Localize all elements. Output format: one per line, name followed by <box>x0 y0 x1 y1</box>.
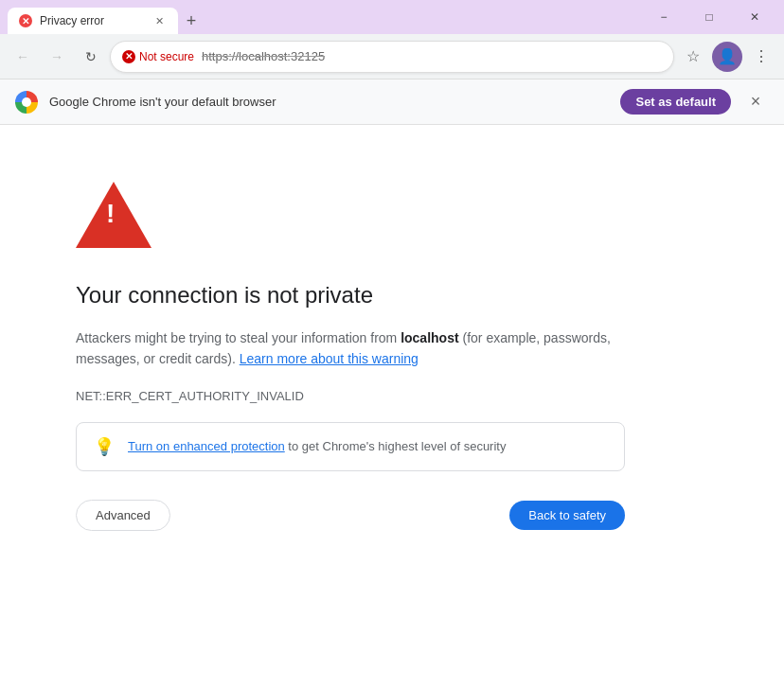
close-default-bar-button[interactable]: × <box>742 89 769 115</box>
reload-button[interactable]: ↻ <box>76 42 106 72</box>
tab-title: Privacy error <box>40 14 144 27</box>
set-as-default-button[interactable]: Set as default <box>620 89 731 115</box>
not-secure-icon: ✕ <box>122 50 135 63</box>
tab-area: ✕ Privacy error ✕ + <box>8 0 642 34</box>
close-button[interactable]: ✕ <box>733 2 776 32</box>
tab-favicon: ✕ <box>19 14 32 27</box>
protection-text: Turn on enhanced protection to get Chrom… <box>128 439 506 453</box>
protection-box: 💡 Turn on enhanced protection to get Chr… <box>76 422 625 471</box>
error-title: Your connection is not private <box>76 282 708 309</box>
back-button[interactable]: ← <box>8 42 38 72</box>
action-buttons-area: Advanced Back to safety <box>76 500 625 531</box>
url-display[interactable]: https://localhost:32125 <box>202 49 325 63</box>
turn-on-protection-link[interactable]: Turn on enhanced protection <box>128 439 285 453</box>
not-secure-label: Not secure <box>139 50 194 63</box>
bookmark-button[interactable]: ☆ <box>678 42 708 72</box>
chrome-logo-icon <box>15 91 38 114</box>
warning-triangle-icon <box>76 182 151 248</box>
default-browser-message: Google Chrome isn't your default browser <box>49 95 609 109</box>
default-browser-bar: Google Chrome isn't your default browser… <box>0 79 784 125</box>
bulb-icon: 💡 <box>94 436 115 457</box>
address-actions: ☆ 👤 ⋮ <box>678 42 776 72</box>
error-hostname: localhost <box>401 330 458 345</box>
error-desc-prefix: Attackers might be trying to steal your … <box>76 330 401 345</box>
minimize-button[interactable]: − <box>642 2 686 32</box>
menu-button[interactable]: ⋮ <box>746 42 776 72</box>
active-tab[interactable]: ✕ Privacy error ✕ <box>8 8 178 34</box>
new-tab-button[interactable]: + <box>178 8 205 34</box>
warning-icon-container <box>76 182 708 248</box>
forward-button[interactable]: → <box>42 42 72 72</box>
error-page-content: Your connection is not private Attackers… <box>0 125 784 569</box>
maximize-button[interactable]: □ <box>687 2 731 32</box>
profile-button[interactable]: 👤 <box>712 42 742 72</box>
back-to-safety-button[interactable]: Back to safety <box>509 501 625 530</box>
not-secure-indicator: ✕ Not secure <box>122 50 194 63</box>
error-code: NET::ERR_CERT_AUTHORITY_INVALID <box>76 389 708 403</box>
advanced-button[interactable]: Advanced <box>76 500 170 531</box>
address-box[interactable]: ✕ Not secure https://localhost:32125 <box>110 41 674 73</box>
addressbar: ← → ↻ ✕ Not secure https://localhost:321… <box>0 34 784 79</box>
error-description: Attackers might be trying to steal your … <box>76 327 625 370</box>
window-controls: − □ ✕ <box>642 2 776 32</box>
learn-more-link[interactable]: Learn more about this warning <box>240 351 419 366</box>
tab-close-button[interactable]: ✕ <box>151 13 167 28</box>
titlebar: ✕ Privacy error ✕ + − □ ✕ <box>0 0 784 34</box>
protection-text-suffix: to get Chrome's highest level of securit… <box>285 439 507 453</box>
